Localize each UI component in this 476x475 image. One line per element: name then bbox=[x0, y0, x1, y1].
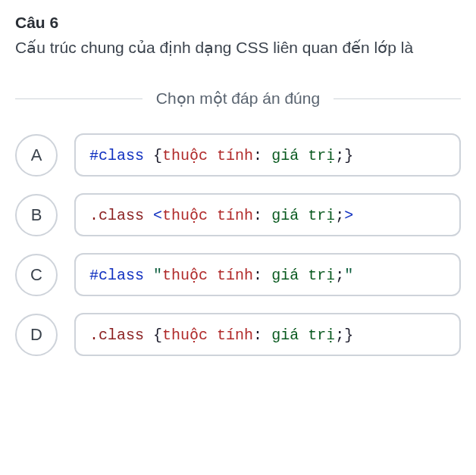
code-prop: thuộc tính bbox=[162, 207, 253, 224]
code-semi: ; bbox=[335, 147, 344, 164]
code-semi: ; bbox=[335, 207, 344, 224]
option-letter: D bbox=[15, 314, 58, 356]
option-c[interactable]: C #class "thuộc tính: giá trị;" bbox=[15, 253, 461, 296]
option-code: #class {thuộc tính: giá trị;} bbox=[74, 133, 461, 177]
options-list: A #class {thuộc tính: giá trị;} B .class… bbox=[15, 133, 461, 356]
code-value: giá trị bbox=[271, 327, 335, 344]
code-value: giá trị bbox=[271, 267, 335, 284]
code-prop: thuộc tính bbox=[162, 147, 253, 164]
option-letter: A bbox=[15, 134, 58, 177]
code-semi: ; bbox=[335, 327, 344, 344]
code-selector: .class bbox=[89, 207, 144, 224]
option-a[interactable]: A #class {thuộc tính: giá trị;} bbox=[15, 133, 461, 177]
code-colon: : bbox=[253, 327, 262, 344]
option-letter: B bbox=[15, 194, 58, 236]
code-semi: ; bbox=[335, 267, 344, 284]
option-letter: C bbox=[15, 254, 58, 296]
option-d[interactable]: D .class {thuộc tính: giá trị;} bbox=[15, 313, 461, 356]
code-open: " bbox=[153, 267, 162, 284]
code-open: { bbox=[153, 327, 162, 344]
code-close: } bbox=[344, 147, 353, 164]
instruction-row: Chọn một đáp án đúng bbox=[15, 89, 461, 108]
code-value: giá trị bbox=[271, 207, 335, 224]
code-colon: : bbox=[253, 147, 262, 164]
code-colon: : bbox=[253, 267, 262, 284]
code-colon: : bbox=[253, 207, 262, 224]
code-prop: thuộc tính bbox=[162, 327, 253, 344]
code-selector: #class bbox=[89, 147, 144, 164]
divider-right bbox=[334, 98, 461, 99]
code-close: } bbox=[344, 327, 353, 344]
code-prop: thuộc tính bbox=[162, 267, 253, 284]
code-close: > bbox=[344, 207, 353, 224]
option-code: .class {thuộc tính: giá trị;} bbox=[74, 313, 461, 356]
code-value: giá trị bbox=[271, 147, 335, 164]
option-b[interactable]: B .class <thuộc tính: giá trị;> bbox=[15, 193, 461, 236]
option-code: .class <thuộc tính: giá trị;> bbox=[74, 193, 461, 236]
code-selector: .class bbox=[89, 327, 144, 344]
divider-left bbox=[15, 98, 142, 99]
question-number: Câu 6 bbox=[15, 14, 461, 32]
code-close: " bbox=[344, 267, 353, 284]
code-selector: #class bbox=[89, 267, 144, 284]
question-text: Cấu trúc chung của định dạng CSS liên qu… bbox=[15, 36, 461, 59]
code-open: < bbox=[153, 207, 162, 224]
code-open: { bbox=[153, 147, 162, 164]
instruction-label: Chọn một đáp án đúng bbox=[142, 89, 334, 108]
option-code: #class "thuộc tính: giá trị;" bbox=[74, 253, 461, 296]
